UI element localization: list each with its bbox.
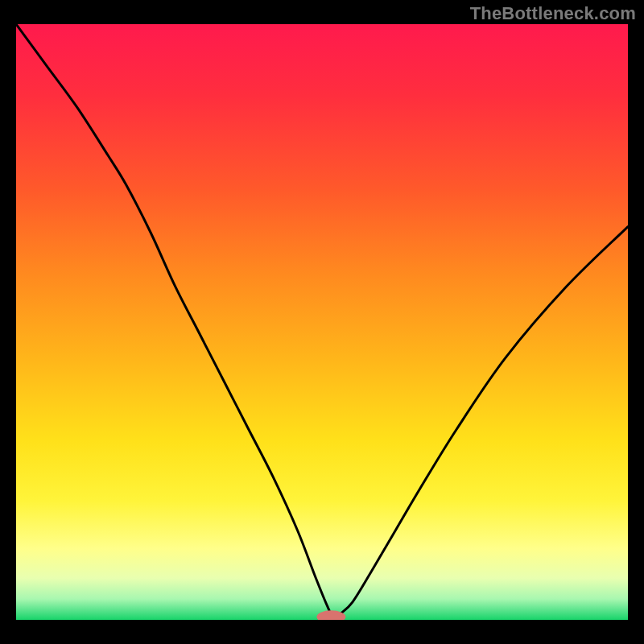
plot-area (16, 24, 628, 620)
watermark-text: TheBottleneck.com (470, 3, 636, 24)
chart-frame: TheBottleneck.com (0, 0, 644, 644)
plot-svg (16, 24, 628, 620)
